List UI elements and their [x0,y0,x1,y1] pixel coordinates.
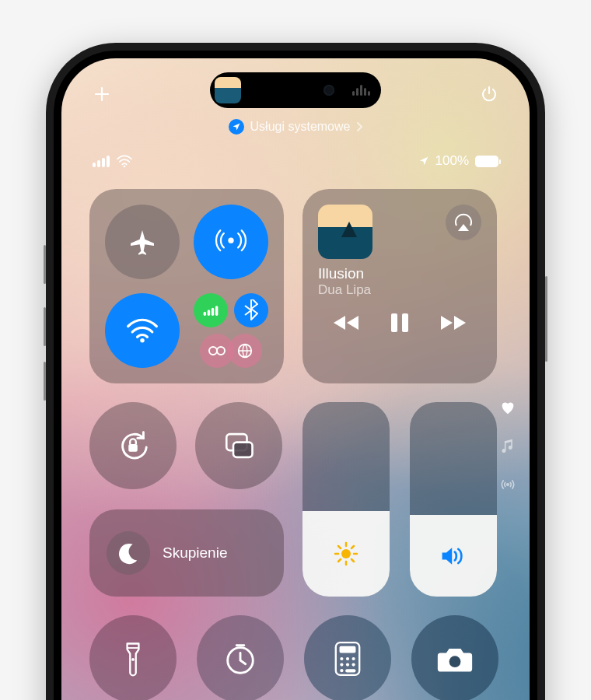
satellite-icon [236,342,254,359]
pager-connectivity-icon[interactable] [500,477,516,492]
location-arrow-icon [229,119,244,135]
now-playing-module[interactable]: Illusion Dua Lipa [302,189,497,383]
location-attribution-label: Usługi systemowe [250,120,351,134]
svg-point-11 [341,549,351,558]
airdrop-toggle[interactable] [194,205,268,279]
cellular-data-toggle[interactable] [194,293,228,327]
svg-point-17 [346,657,349,660]
svg-point-12 [131,658,135,661]
orientation-lock-icon [115,428,151,464]
backward-icon [332,313,360,332]
calculator-icon [333,640,362,677]
brightness-slider[interactable] [302,402,390,597]
next-track-button[interactable] [439,313,467,332]
location-attribution-row[interactable]: Usługi systemowe [61,119,530,135]
pager-music-icon[interactable] [501,438,515,453]
battery-percentage: 100% [435,153,469,169]
flashlight-button[interactable] [89,615,177,700]
location-indicator-icon [418,156,429,166]
wifi-toggle-icon [125,317,159,344]
svg-point-16 [340,657,343,660]
dynamic-island[interactable] [210,72,381,108]
svg-point-1 [228,238,233,243]
control-center-screen: Usługi systemowe 100% [61,58,530,700]
cellular-bars-icon [204,306,219,316]
svg-point-25 [506,483,509,486]
airplane-icon [127,226,158,257]
sun-icon [334,541,358,566]
orientation-lock-toggle[interactable] [89,402,177,489]
svg-point-4 [217,347,225,355]
now-playing-thumbnail-icon [215,77,241,103]
svg-point-21 [352,663,355,667]
forward-icon [439,313,467,332]
airplay-button[interactable] [446,205,481,240]
svg-rect-15 [340,646,356,653]
flashlight-icon [123,640,143,677]
pause-icon [390,312,410,334]
album-art-icon [318,205,372,259]
focus-label: Skupienie [163,544,227,562]
svg-point-19 [340,663,343,667]
battery-icon [475,156,498,167]
camera-button[interactable] [411,615,498,700]
focus-button[interactable]: Skupienie [89,509,284,597]
timer-icon [222,641,258,677]
airplay-icon [453,213,474,232]
calculator-button[interactable] [304,615,391,700]
bluetooth-toggle[interactable] [234,293,268,327]
airdrop-icon [214,225,248,259]
add-control-button[interactable] [88,80,116,108]
previous-track-button[interactable] [332,313,360,332]
connectivity-cluster[interactable] [194,293,268,368]
iphone-frame: Usługi systemowe 100% [46,43,545,700]
bluetooth-icon [243,299,259,321]
page-indicator[interactable] [500,401,516,492]
svg-rect-8 [128,444,138,452]
play-pause-button[interactable] [390,312,410,334]
screen-mirroring-icon [222,431,255,460]
wifi-toggle[interactable] [105,293,180,368]
airplane-mode-toggle[interactable] [105,205,180,279]
svg-point-18 [352,657,355,660]
speaker-icon [439,544,467,568]
svg-rect-6 [391,313,397,332]
audio-visualizer-icon [352,85,370,96]
power-button[interactable] [475,80,503,108]
svg-point-20 [346,663,349,667]
hotspot-icon [208,345,226,357]
svg-point-22 [340,669,343,672]
status-bar: 100% [61,153,530,169]
camera-icon [436,644,474,674]
screen-mirroring-button[interactable] [195,402,282,489]
connectivity-module[interactable] [89,189,284,383]
front-camera-icon [323,85,334,96]
svg-point-24 [449,656,461,667]
track-artist: Dua Lipa [318,282,481,298]
timer-button[interactable] [197,615,284,700]
svg-point-2 [140,338,145,343]
satellite-toggle[interactable] [228,334,262,368]
track-title: Illusion [318,265,481,282]
svg-rect-10 [233,443,253,457]
svg-point-0 [124,166,126,167]
cellular-signal-icon [93,156,110,167]
svg-rect-23 [345,669,355,672]
volume-slider[interactable] [410,402,497,597]
chevron-right-icon [356,122,362,131]
svg-point-3 [209,347,217,355]
svg-rect-7 [402,313,408,332]
pager-favorites-icon[interactable] [500,401,516,415]
wifi-icon [116,155,133,167]
moon-icon [107,531,150,575]
